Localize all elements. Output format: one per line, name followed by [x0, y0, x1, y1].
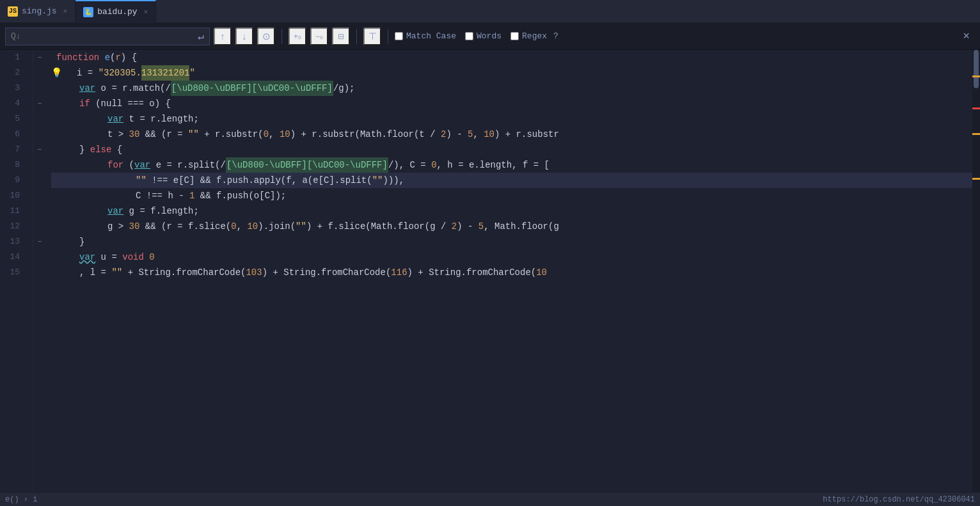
search-bar: ↵ ↑ ↓ ⊙ +₀ −₀ ⊟ ⊤ Match Case Words Regex…	[0, 23, 980, 50]
regex-checkbox[interactable]	[510, 32, 519, 40]
js-file-icon: JS	[8, 6, 18, 17]
fold-12	[33, 219, 46, 234]
line-num-10: 10	[0, 188, 25, 203]
sp4: (null === o) {	[90, 96, 171, 111]
kw-var-5: var	[107, 111, 123, 127]
code-13: }	[79, 234, 84, 249]
str-empty-6: ""	[188, 127, 199, 142]
fold-9	[33, 173, 46, 188]
code-line-9: "" !== e[C] && f.push.apply(f, a(e[C].sp…	[51, 173, 972, 188]
sp15c: ) + String.fromCharCode(	[407, 265, 537, 280]
tab-sing-js[interactable]: JS sing.js ×	[0, 0, 75, 23]
sp1: =	[82, 65, 98, 81]
sp6d: ) + r.substr(Math.floor(t /	[290, 127, 441, 142]
search-input[interactable]	[11, 31, 195, 41]
line-num-2: 2	[0, 65, 25, 81]
line-num-3: 3	[0, 81, 25, 96]
sp14: u =	[95, 249, 122, 265]
line-num-13: 13	[0, 234, 25, 249]
sp11: g = f.length;	[123, 203, 199, 219]
divider-1	[281, 29, 282, 44]
line-num-4: 4	[0, 96, 25, 111]
words-checkbox-label[interactable]: Words	[465, 31, 502, 41]
tab-baidu-py-close[interactable]: ×	[144, 8, 148, 16]
status-left: e() › i	[5, 495, 37, 504]
kw-function: function	[56, 50, 99, 65]
num-0-8: 0	[431, 157, 436, 173]
vertical-scrollbar[interactable]	[972, 50, 980, 492]
scroll-marker-1	[972, 75, 980, 77]
kw-var-11: var	[107, 203, 123, 219]
line-num-8: 8	[0, 157, 25, 173]
fold-4[interactable]: −	[33, 96, 46, 111]
sp8b: e = r.split(/	[150, 157, 226, 173]
num-2-12: 2	[452, 219, 457, 234]
match-case-checkbox[interactable]	[395, 32, 403, 40]
search-find-button[interactable]: ⊙	[257, 28, 275, 45]
code-line-10: C !== h - 1 && f.push(o[C]);	[51, 188, 972, 203]
num-5-12: 5	[478, 219, 484, 234]
num-0-14: 0	[149, 249, 154, 265]
code-paren2: ) {	[121, 50, 137, 65]
search-remove-button[interactable]: −₀	[310, 28, 328, 45]
line-num-5: 5	[0, 111, 25, 127]
sp12b: ,	[237, 219, 248, 234]
fold-1[interactable]: −	[33, 50, 46, 65]
code-line-7: } else {	[51, 142, 972, 157]
scroll-marker-2	[972, 107, 980, 109]
fold-7[interactable]: −	[33, 142, 46, 157]
code-content: function e ( r ) { 💡 i = "320305.1313212…	[46, 50, 972, 492]
fold-5	[33, 111, 46, 127]
bulb-icon: 💡	[51, 65, 61, 81]
code-7a: }	[79, 142, 90, 157]
str-empty-9: ""	[136, 173, 146, 188]
code-line-13: }	[51, 234, 972, 249]
kw-else: else	[90, 142, 112, 157]
code-6: t >	[107, 127, 129, 142]
num-30-6: 30	[129, 127, 140, 142]
fold-6	[33, 127, 46, 142]
sp8c: /), C =	[388, 157, 431, 173]
search-close-button[interactable]: ×	[958, 30, 975, 43]
num-10-12: 10	[247, 219, 258, 234]
search-split-button[interactable]: ⊟	[332, 28, 350, 45]
line-num-1: 1	[0, 50, 25, 65]
sp6b: + r.substr(	[199, 127, 264, 142]
help-button[interactable]: ?	[553, 31, 558, 41]
code-line-3: var o = r.match(/ [\uD800-\uDBFF][\uDC00…	[51, 81, 972, 96]
code-paren: (	[110, 50, 115, 65]
tab-sing-js-label: sing.js	[22, 6, 57, 16]
sp12e: ) -	[457, 219, 478, 234]
code-line-14: var u = void 0	[51, 249, 972, 265]
search-next-button[interactable]: ↓	[235, 28, 253, 45]
code-line-11: var g = f.length;	[51, 203, 972, 219]
words-checkbox[interactable]	[465, 32, 473, 40]
search-prev-button[interactable]: ↑	[214, 28, 232, 45]
scrollbar-thumb[interactable]	[974, 50, 979, 88]
sp6g: ) + r.substr	[494, 127, 559, 142]
fold-13[interactable]: −	[33, 234, 46, 249]
search-add-button[interactable]: +₀	[288, 28, 306, 45]
divider-2	[356, 29, 357, 44]
scroll-marker-4	[972, 178, 980, 180]
num-10x: 10	[536, 265, 547, 280]
words-label: Words	[477, 31, 502, 41]
regex-label: Regex	[522, 31, 547, 41]
tab-baidu-py[interactable]: 🐍 baidu.py ×	[75, 0, 156, 23]
sp5: t = r.length;	[123, 111, 199, 127]
search-filter-button[interactable]: ⊤	[363, 28, 381, 45]
num-1-10: 1	[189, 188, 194, 203]
status-url: https://blog.csdn.net/qq_42306041	[823, 495, 975, 504]
code-12a: g >	[107, 219, 129, 234]
match-case-checkbox-label[interactable]: Match Case	[395, 31, 456, 41]
py-file-icon: 🐍	[83, 7, 93, 17]
sp3b: /g);	[333, 81, 355, 96]
search-clear-icon[interactable]: ↵	[198, 30, 204, 43]
sp15b: ) + String.fromCharCode(	[262, 265, 391, 280]
code-line-1: function e ( r ) {	[51, 50, 972, 65]
regex-checkbox-label[interactable]: Regex	[510, 31, 547, 41]
line-num-9: 9	[0, 173, 25, 188]
match-case-label: Match Case	[406, 31, 456, 41]
scroll-marker-3	[972, 133, 980, 135]
tab-sing-js-close[interactable]: ×	[63, 8, 68, 15]
